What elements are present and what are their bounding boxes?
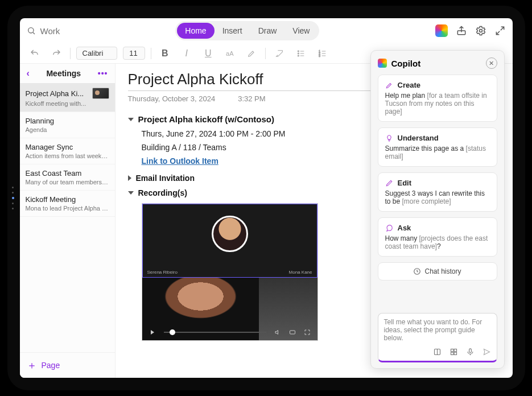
play-icon[interactable] (149, 329, 156, 336)
page-thumb-0 (92, 88, 109, 99)
italic-icon[interactable]: I (179, 47, 195, 60)
chevron-right-icon (128, 175, 131, 181)
clear-fmt-icon[interactable] (271, 47, 287, 60)
svg-rect-23 (469, 349, 471, 353)
copilot-panel: Copilot ✕ Create Help me plan [for a tea… (370, 50, 505, 369)
copilot-card-edit[interactable]: Edit Suggest 3 ways I can rewrite this t… (378, 172, 497, 212)
send-icon[interactable] (482, 348, 491, 356)
participant-left: Serena Ribeiro (147, 270, 178, 275)
chevron-down-icon (128, 118, 134, 121)
svg-text:3: 3 (319, 55, 320, 57)
page-sub-2: Action items from last weeks... (26, 152, 109, 159)
svg-point-3 (479, 30, 482, 32)
page-sub-3: Many of our team members ar... (26, 179, 109, 185)
svg-line-1 (33, 32, 35, 34)
copilot-card-ask[interactable]: Ask How many [projects does the east coa… (378, 217, 497, 257)
page-sidebar: ‹ Meetings ••• Project Alpha Ki... Kicko… (20, 64, 116, 378)
font-size-select[interactable]: 11 (123, 47, 145, 60)
close-icon[interactable]: ✕ (486, 57, 497, 69)
highlight-icon[interactable] (244, 47, 259, 60)
grid-icon[interactable] (449, 348, 458, 356)
svg-rect-22 (454, 352, 456, 354)
copilot-title: Copilot (391, 59, 421, 68)
chat-icon (385, 224, 393, 232)
book-icon[interactable] (433, 348, 442, 356)
chat-history-button[interactable]: Chat history (378, 262, 497, 280)
avatar (212, 216, 248, 252)
gear-icon[interactable] (475, 25, 486, 36)
page-item-1[interactable]: Planning Agenda (20, 112, 115, 138)
prompt-placeholder: Tell me what you want to do. For ideas, … (384, 318, 491, 342)
copilot-logo-icon (378, 59, 387, 68)
search-icon (27, 26, 36, 35)
page-title-3: East Coast Team (26, 169, 109, 178)
pencil-icon (385, 179, 393, 187)
view-tabs: Home Insert Draw View (175, 21, 319, 40)
copilot-icon[interactable] (435, 24, 448, 37)
sparkle-icon (385, 81, 393, 89)
back-icon[interactable]: ‹ (27, 68, 30, 79)
video-track[interactable] (164, 332, 266, 333)
svg-point-8 (298, 55, 299, 56)
plus-icon: ＋ (27, 358, 37, 372)
bullets-icon[interactable] (293, 47, 309, 60)
svg-point-0 (28, 28, 33, 33)
video-controls[interactable] (142, 324, 317, 340)
underline-icon[interactable]: U (200, 47, 216, 60)
svg-rect-19 (451, 349, 453, 352)
svg-point-4 (298, 51, 299, 52)
page-sub-1: Agenda (26, 126, 109, 133)
history-icon (413, 267, 421, 275)
page-title-2: Manager Sync (26, 143, 109, 151)
page-item-2[interactable]: Manager Sync Action items from last week… (20, 138, 115, 164)
tab-insert[interactable]: Insert (215, 23, 250, 39)
textsize-icon[interactable]: aA (222, 47, 238, 60)
page-sub-0: Kickoff meeting with... (26, 100, 109, 107)
volume-icon[interactable] (274, 329, 281, 336)
page-item-4[interactable]: Kickoff Meeting Mona to lead Project Alp… (20, 191, 115, 217)
svg-rect-20 (454, 349, 456, 352)
page-item-3[interactable]: East Coast Team Many of our team members… (20, 164, 115, 191)
cc-icon[interactable] (289, 329, 296, 336)
undo-icon[interactable] (27, 47, 43, 60)
tab-home[interactable]: Home (177, 23, 214, 39)
copilot-prompt-input[interactable]: Tell me what you want to do. For ideas, … (378, 313, 497, 362)
numbering-icon[interactable]: 123 (315, 47, 331, 60)
mic-icon[interactable] (466, 348, 475, 356)
svg-rect-21 (451, 352, 453, 354)
participant-right: Mona Kane (289, 270, 312, 275)
outlook-link[interactable]: Link to Outlook Item (142, 156, 218, 166)
expand-icon[interactable] (494, 25, 506, 36)
fullscreen-icon[interactable] (304, 329, 311, 336)
recording-video[interactable]: Serena Ribeiro Mona Kane (142, 203, 318, 341)
redo-icon[interactable] (48, 47, 64, 60)
page-item-0[interactable]: Project Alpha Ki... Kickoff meeting with… (20, 83, 115, 112)
share-icon[interactable] (456, 25, 467, 36)
page-title-4: Kickoff Meeting (26, 195, 109, 204)
search-input[interactable]: Work (27, 26, 60, 36)
copilot-card-understand[interactable]: Understand Summarize this page as a [sta… (378, 127, 497, 167)
copilot-card-create[interactable]: Create Help me plan [for a team offsite … (378, 75, 497, 122)
sidebar-title: Meetings (46, 69, 81, 78)
more-icon[interactable]: ••• (98, 69, 108, 78)
svg-rect-16 (290, 331, 295, 334)
chevron-down-icon (128, 191, 134, 195)
page-sub-4: Mona to lead Project Alpha ki... (26, 205, 109, 212)
page-title-0: Project Alpha Ki... (26, 89, 84, 98)
add-page-button[interactable]: ＋ Page (20, 352, 115, 378)
add-page-label: Page (42, 361, 60, 370)
tab-view[interactable]: View (284, 23, 317, 39)
note-time: 3:32 PM (238, 94, 265, 103)
bold-icon[interactable]: B (157, 47, 173, 60)
svg-point-6 (298, 53, 299, 54)
top-bar: Work Home Insert Draw View (20, 18, 513, 43)
search-placeholder: Work (40, 26, 60, 36)
page-title-1: Planning (26, 117, 109, 125)
bulb-icon (385, 134, 393, 142)
note-date: Thursday, October 3, 2024 (128, 94, 216, 103)
font-family-select[interactable]: Calibri (76, 47, 118, 60)
tab-draw[interactable]: Draw (250, 23, 285, 39)
